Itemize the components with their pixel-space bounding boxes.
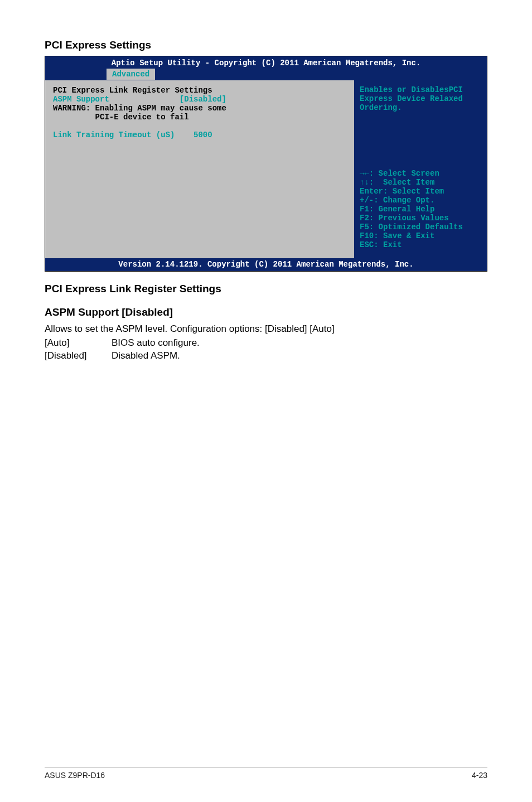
bios-nav-5: F1: General Help — [360, 205, 481, 214]
bios-link-training-value: 5000 — [194, 131, 212, 139]
bios-aspm-row[interactable]: ASPM Support [Disabled] — [53, 95, 346, 104]
bios-right-panel: Enables or DisablesPCI Express Device Re… — [354, 80, 487, 258]
bios-nav-4: +/-: Change Opt. — [360, 196, 481, 205]
option-auto-label: [Auto] — [45, 337, 112, 350]
bios-help-1: Enables or DisablesPCI — [360, 85, 481, 94]
aspm-description: Allows to set the ASPM level. Configurat… — [45, 323, 487, 336]
bios-help-3: Ordering. — [360, 103, 481, 112]
bios-aspm-value: [Disabled] — [180, 95, 226, 104]
bios-nav-2: ↑↓: Select Item — [360, 178, 481, 187]
bios-help-2: Express Device Relaxed — [360, 94, 481, 103]
bios-warning-1: WARNING: Enabling ASPM may cause some — [53, 104, 346, 113]
bios-header: Aptio Setup Utility - Copyright (C) 2011… — [45, 56, 487, 80]
footer-left: ASUS Z9PR-D16 — [45, 771, 105, 780]
bios-nav-7: F5: Optimized Defaults — [360, 223, 481, 231]
option-disabled-desc: Disabled ASPM. — [112, 350, 180, 363]
option-disabled-label: [Disabled] — [45, 350, 112, 363]
bios-warning-2: PCI-E device to fail — [53, 113, 346, 122]
page-footer: ASUS Z9PR-D16 4-23 — [0, 767, 532, 802]
bios-tab-advanced[interactable]: Advanced — [107, 69, 155, 80]
bios-nav-help: →←: Select Screen ↑↓: Select Item Enter:… — [360, 169, 481, 249]
bios-nav-9: ESC: Exit — [360, 240, 481, 249]
bios-body: PCI Express Link Register Settings ASPM … — [45, 80, 487, 258]
bios-section-title: PCI Express Link Register Settings — [53, 86, 346, 95]
bios-nav-8: F10: Save & Exit — [360, 231, 481, 240]
bios-header-title: Aptio Setup Utility - Copyright (C) 2011… — [45, 57, 487, 69]
heading-pci-express-settings: PCI Express Settings — [45, 39, 487, 51]
options-table: [Auto] BIOS auto configure. [Disabled] D… — [45, 337, 487, 363]
heading-link-register: PCI Express Link Register Settings — [45, 283, 487, 295]
bios-window: Aptio Setup Utility - Copyright (C) 2011… — [45, 56, 487, 272]
bios-help-text: Enables or DisablesPCI Express Device Re… — [360, 85, 481, 112]
bios-aspm-label: ASPM Support — [53, 95, 109, 104]
option-disabled-row: [Disabled] Disabled ASPM. — [45, 350, 487, 363]
bios-nav-1: →←: Select Screen — [360, 169, 481, 178]
bios-link-training-row[interactable]: Link Training Timeout (uS) 5000 — [53, 131, 346, 139]
bios-footer: Version 2.14.1219. Copyright (C) 2011 Am… — [45, 258, 487, 271]
bios-nav-3: Enter: Select Item — [360, 187, 481, 196]
bios-link-training-label: Link Training Timeout (uS) — [53, 131, 175, 139]
footer-right: 4-23 — [472, 771, 487, 780]
option-auto-row: [Auto] BIOS auto configure. — [45, 337, 487, 350]
bios-nav-6: F2: Previous Values — [360, 214, 481, 223]
bios-left-panel: PCI Express Link Register Settings ASPM … — [45, 80, 354, 258]
heading-aspm-support: ASPM Support [Disabled] — [45, 306, 487, 318]
option-auto-desc: BIOS auto configure. — [112, 337, 200, 350]
